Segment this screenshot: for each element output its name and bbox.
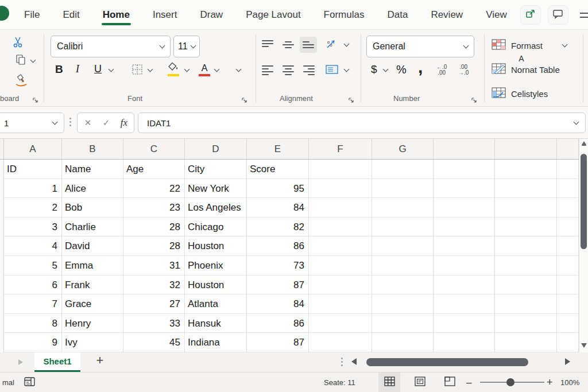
cell[interactable] [434,256,495,275]
cell[interactable]: Charlie [62,218,123,237]
cell[interactable]: 9 [4,333,62,352]
cell[interactable] [495,179,557,199]
cell[interactable]: 27 [123,294,185,314]
cell[interactable]: ID [4,160,62,179]
insert-function-button[interactable]: fx [115,117,133,129]
cell[interactable]: Score [247,160,309,179]
merge-chevron-icon[interactable] [344,67,350,72]
cell[interactable]: 32 [123,275,185,295]
cell[interactable]: Name [62,160,123,179]
zoom-level[interactable]: 100% [560,378,579,387]
middle-align-button[interactable] [283,41,294,48]
cell[interactable] [372,256,434,275]
column-header-E[interactable]: E [247,139,309,159]
font-name-combo[interactable]: Calibri [51,36,171,57]
alignment-dialog-launcher[interactable] [348,95,354,106]
cell[interactable] [495,275,557,295]
clipboard-dialog-launcher[interactable] [32,95,38,106]
cell[interactable] [309,198,372,218]
cell[interactable] [557,236,579,256]
cell[interactable] [309,333,372,352]
sheet-tab-sheet1[interactable]: Sheet1 [34,352,80,372]
cell[interactable]: 3 [4,218,62,237]
cell[interactable]: Chicago [185,218,247,237]
add-sheet-button[interactable]: + [93,353,107,368]
cell[interactable] [309,218,372,237]
cell[interactable] [372,198,434,218]
italic-button[interactable]: I [76,63,79,75]
zoom-slider-thumb[interactable] [506,378,514,386]
cell[interactable]: Houston [185,275,247,295]
copy-button[interactable] [15,54,26,68]
cell[interactable] [557,218,579,237]
cell[interactable]: 73 [247,256,309,275]
cell[interactable]: David [62,236,123,256]
cell[interactable] [557,275,579,295]
cell[interactable]: 87 [247,333,309,352]
sheet-nav-arrow-icon[interactable] [18,359,23,365]
cell[interactable] [557,333,579,352]
cell[interactable] [557,160,579,179]
cell[interactable]: Phoenix [185,256,247,275]
zoom-out-button[interactable]: – [466,377,471,389]
cell[interactable] [372,218,434,237]
share-button[interactable] [520,5,541,25]
cell[interactable]: 95 [247,179,309,199]
cell[interactable]: Frank [62,275,123,295]
cell[interactable] [372,333,434,352]
cell[interactable]: New York [185,179,247,199]
cell[interactable]: 87 [247,275,309,295]
cell[interactable]: Grace [62,294,123,314]
column-header-D[interactable]: D [185,139,247,159]
cell[interactable] [495,198,557,218]
cell[interactable] [434,179,495,199]
number-format-combo[interactable]: General [366,36,474,57]
column-header-blank-7[interactable] [434,139,495,159]
cell[interactable]: 4 [4,236,62,256]
cancel-button[interactable]: ✕ [79,118,97,128]
merge-center-button[interactable] [325,64,339,77]
cell-styles-button[interactable]: Celistyles [492,87,548,100]
menu-tab-insert[interactable]: Insert [152,1,179,29]
scroll-right-icon[interactable] [565,358,570,365]
horizontal-scroll-thumb[interactable] [366,358,528,366]
overflow-menu-icon[interactable] [580,13,588,21]
cell[interactable] [309,314,372,333]
cell[interactable]: 6 [4,275,62,295]
cell[interactable] [557,198,579,218]
comments-button[interactable] [548,5,568,25]
cell[interactable]: 84 [247,198,309,218]
cell[interactable] [557,294,579,314]
scroll-left-icon[interactable] [351,358,357,365]
cell[interactable]: 1 [4,179,62,199]
cell[interactable]: Houston [185,236,247,256]
cell[interactable] [495,333,557,352]
cell[interactable] [495,236,557,256]
cell[interactable] [434,160,495,179]
cell[interactable]: Ivy [62,333,123,352]
currency-format-button[interactable]: $ [371,63,377,76]
fill-color-chevron-icon[interactable] [184,67,190,72]
cell[interactable] [434,294,495,314]
name-box[interactable]: 1 [0,112,64,133]
cell[interactable] [309,256,372,275]
menu-tab-view[interactable]: View [485,1,508,29]
conditional-formatting-button[interactable]: Formast [492,39,567,52]
column-header-A[interactable]: A [4,139,62,159]
zoom-slider[interactable] [480,382,544,383]
font-size-combo[interactable]: 11 [173,36,200,57]
cell[interactable]: 8 [4,314,62,333]
bold-button[interactable]: B [55,63,63,76]
cell[interactable] [309,236,372,256]
cell[interactable] [495,314,557,333]
underline-button[interactable]: U [94,63,102,75]
format-as-table-button[interactable]: Nornat Table [492,63,560,76]
increase-decimal-button[interactable]: ←.0 .00 [436,64,447,76]
menu-tab-edit[interactable]: Edit [61,1,80,29]
copy-chevron-icon[interactable] [30,57,36,63]
scroll-up-icon[interactable] [581,141,587,146]
cell[interactable]: City [185,160,247,179]
cell[interactable]: Los Angeles [185,198,247,218]
cell[interactable]: 28 [123,218,185,237]
font-color-chevron-icon[interactable] [214,67,220,72]
